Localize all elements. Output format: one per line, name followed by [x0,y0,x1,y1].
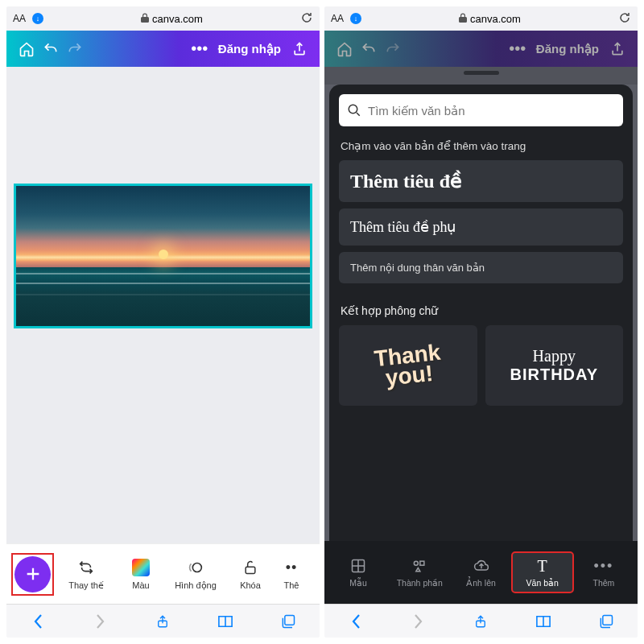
templates-label: Mẫu [349,578,367,588]
svg-point-6 [415,561,419,565]
svg-rect-7 [420,561,424,565]
safari-bookmarks-button[interactable] [534,612,553,631]
selected-image[interactable] [14,184,312,328]
elements-label: Thành phần [397,578,443,588]
more-label: Thêm [592,578,614,588]
add-body-text-button[interactable]: Thêm nội dung thân văn bản [339,252,623,283]
svg-rect-3 [285,615,295,625]
templates-tab[interactable]: Mẫu [328,552,389,592]
export-button[interactable] [287,37,312,61]
text-search-input[interactable] [368,104,615,118]
safari-back-button[interactable] [346,612,365,631]
lock-icon [141,13,149,24]
safari-forward-button[interactable] [91,612,110,631]
font-combo-label: Kết hợp phông chữ [341,304,621,317]
redo-button[interactable] [381,37,405,61]
color-icon [131,558,151,577]
elements-tab[interactable]: Thành phần [389,552,450,592]
url-display[interactable]: canva.com [368,13,612,25]
elements-icon [411,557,428,575]
safari-address-bar: AA ↓ canva.com [6,6,320,31]
reader-aa-button[interactable]: AA [331,13,344,24]
add-button[interactable] [14,556,51,592]
sunset-photo [16,186,310,326]
replace-label: Thay thế [68,580,104,591]
font-combo-row: Thankyou! HappyBIRTHDAY [339,325,623,406]
login-button[interactable]: Đăng nhập [218,42,281,56]
color-label: Màu [132,580,149,590]
lock-tool[interactable]: Khóa [225,558,276,590]
more-icon: ••• [595,557,613,575]
reload-icon[interactable] [300,11,313,27]
phone-left: AA ↓ canva.com ••• Đăng nhập [6,6,320,638]
safari-forward-button[interactable] [409,612,428,631]
color-tool[interactable]: Màu [115,558,167,590]
text-sheet: Chạm vào văn bản để thêm vào trang Thêm … [329,85,633,541]
svg-rect-1 [246,567,255,573]
download-indicator[interactable]: ↓ [32,13,43,24]
safari-tabs-button[interactable] [597,612,616,631]
uploads-label: Ảnh lên [466,578,496,588]
canva-toolbar-dimmed: ••• Đăng nhập [324,31,638,67]
safari-back-button[interactable] [28,612,47,631]
animation-icon [186,558,205,577]
undo-button[interactable] [357,37,381,61]
animation-tool[interactable]: Hình động [170,558,221,591]
search-icon [347,103,361,118]
more-tools[interactable]: •• Thê [279,558,303,590]
more-label-cut: Thê [284,580,299,590]
safari-tabs-button[interactable] [279,612,298,631]
text-panel-area: Chạm vào văn bản để thêm vào trang Thêm … [324,67,638,541]
text-label: Văn bản [526,578,559,588]
more-menu-button[interactable]: ••• [188,37,212,61]
safari-tab-bar [6,604,320,638]
safari-tab-bar [324,604,638,638]
safari-address-bar: AA ↓ canva.com [324,6,638,31]
download-indicator[interactable]: ↓ [350,13,361,24]
safari-bookmarks-button[interactable] [216,612,235,631]
safari-share-button[interactable] [153,612,172,631]
editor-bottom-bar: Thay thế Màu Hình động Khóa •• Thê [6,543,320,604]
lock-icon [459,13,467,24]
uploads-icon [473,557,490,575]
url-display[interactable]: canva.com [50,13,294,25]
undo-button[interactable] [39,37,63,61]
more-menu-button[interactable]: ••• [506,37,530,61]
uploads-tab[interactable]: Ảnh lên [450,552,511,592]
replace-tool[interactable]: Thay thế [60,558,112,591]
replace-icon [76,558,96,577]
reload-icon[interactable] [618,11,631,27]
more-dots-icon: •• [282,558,301,577]
home-button[interactable] [332,37,357,61]
lock-label: Khóa [240,580,261,590]
url-text: canva.com [152,13,203,25]
editor-bottom-bar-dark: Mẫu Thành phần Ảnh lên T Văn bản ••• Thê… [324,541,638,604]
redo-button[interactable] [63,37,87,61]
text-tab[interactable]: T Văn bản [512,552,573,592]
safari-share-button[interactable] [471,612,490,631]
canvas-area[interactable] [6,67,320,543]
text-icon: T [534,557,551,575]
templates-icon [349,557,367,575]
reader-aa-button[interactable]: AA [13,13,26,24]
svg-rect-9 [603,615,613,625]
lock-open-icon [241,558,260,577]
font-combo-happy-birthday[interactable]: HappyBIRTHDAY [485,325,624,406]
more-tab[interactable]: ••• Thêm [573,552,634,592]
text-search-field[interactable] [339,94,623,126]
tap-hint: Chạm vào văn bản để thêm vào trang [341,139,621,152]
sheet-handle[interactable] [324,67,638,85]
login-button[interactable]: Đăng nhập [536,42,599,56]
add-button-highlight [11,553,54,596]
home-button[interactable] [14,37,39,61]
animation-label: Hình động [175,580,217,591]
add-heading-button[interactable]: Thêm tiêu đề [339,160,623,202]
export-button[interactable] [605,37,630,61]
url-text: canva.com [470,13,521,25]
svg-point-0 [192,563,201,572]
font-combo-thank-you[interactable]: Thankyou! [339,325,477,406]
add-subheading-button[interactable]: Thêm tiêu đề phụ [339,208,623,246]
svg-point-4 [349,105,357,114]
canva-toolbar: ••• Đăng nhập [6,31,320,67]
phone-right: AA ↓ canva.com ••• Đăng nhập [324,6,638,638]
